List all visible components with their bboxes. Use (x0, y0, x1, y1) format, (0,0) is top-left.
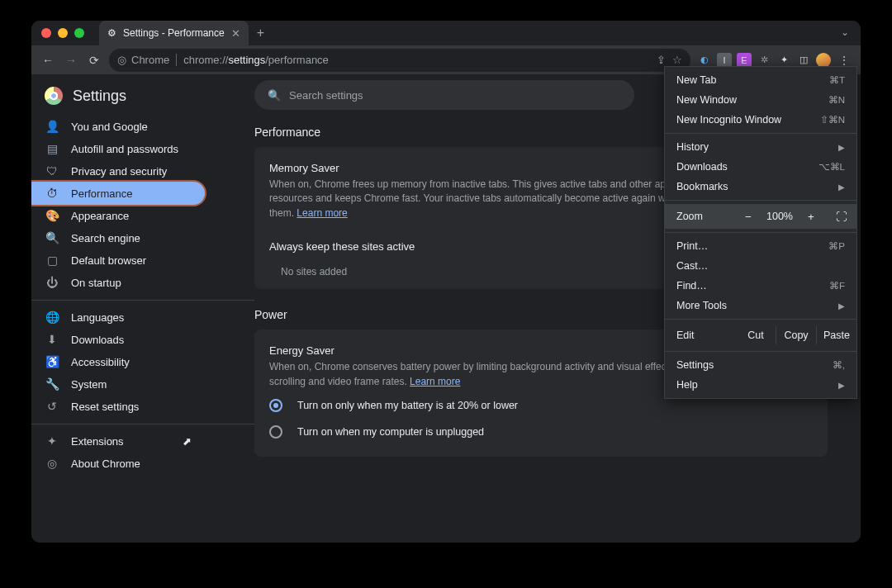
always-active-label: Always keep these sites active (269, 240, 415, 253)
menu-new-window[interactable]: New Window⌘N (665, 90, 856, 110)
search-icon: 🔍 (268, 89, 281, 102)
browser-window: ⚙ Settings - Performance ✕ + ⌄ ← → ⟳ ◎ C… (31, 21, 861, 543)
sidebar-item-appearance[interactable]: 🎨Appearance (31, 204, 205, 227)
radio-unchecked-icon (269, 425, 282, 439)
wrench-icon: 🔧 (45, 377, 59, 391)
menu-sep (665, 351, 856, 352)
menu-sep (665, 232, 856, 233)
menu-zoom: Zoom − 100% + ⛶ (665, 204, 856, 229)
share-icon[interactable]: ⇪ (657, 54, 666, 66)
chrome-icon: ◎ (117, 54, 126, 66)
sidebar-item-reset[interactable]: ↺Reset settings (31, 395, 205, 418)
fullscreen-button[interactable]: ⛶ (832, 207, 850, 225)
menu-more-tools[interactable]: More Tools▶ (665, 296, 856, 315)
search-icon: 🔍 (45, 231, 59, 244)
tab-title: Settings - Performance (123, 27, 225, 39)
bookmark-star-icon[interactable]: ☆ (672, 54, 682, 66)
menu-sep (665, 200, 856, 201)
sidebar-item-languages[interactable]: 🌐Languages (31, 306, 205, 329)
open-external-icon: ⬈ (183, 435, 192, 448)
extensions-icon: ✦ (45, 434, 59, 448)
radio-option-unplugged[interactable]: Turn on when my computer is unplugged (269, 419, 813, 445)
menu-new-incognito[interactable]: New Incognito Window⇧⌘N (665, 110, 856, 130)
sidebar-item-about[interactable]: ◎About Chrome (31, 452, 205, 475)
globe-icon: 🌐 (45, 311, 59, 324)
autofill-icon: ▤ (45, 142, 59, 155)
power-icon: ⏻ (45, 276, 59, 289)
sidebar-item-accessibility[interactable]: ♿Accessibility (31, 350, 205, 373)
edit-paste-button[interactable]: Paste (816, 326, 856, 344)
gear-icon: ⚙ (107, 27, 116, 39)
menu-print[interactable]: Print…⌘P (665, 236, 856, 256)
chrome-menu: New Tab⌘T New Window⌘N New Incognito Win… (664, 66, 857, 399)
edit-copy-button[interactable]: Copy (776, 326, 816, 344)
menu-settings[interactable]: Settings⌘, (665, 355, 856, 375)
zoom-in-button[interactable]: + (802, 207, 820, 225)
extension-icon-1[interactable]: ◐ (697, 53, 712, 68)
section-title: Performance (254, 126, 320, 139)
sidebar-item-on-startup[interactable]: ⏻On startup (31, 271, 205, 294)
edit-cut-button[interactable]: Cut (736, 326, 776, 344)
search-settings-input[interactable]: 🔍 Search settings (254, 80, 634, 110)
menu-cast[interactable]: Cast… (665, 256, 856, 276)
energy-saver-learn-link[interactable]: Learn more (410, 376, 460, 387)
window-dropdown-icon[interactable]: ⌄ (841, 26, 849, 38)
menu-history[interactable]: History▶ (665, 137, 856, 157)
close-window-button[interactable] (41, 28, 51, 38)
back-button[interactable]: ← (40, 52, 56, 69)
menu-new-tab[interactable]: New Tab⌘T (665, 70, 856, 90)
sidebar-item-downloads[interactable]: ⬇Downloads (31, 328, 205, 351)
menu-edit: Edit Cut Copy Paste (665, 323, 856, 348)
menu-find[interactable]: Find…⌘F (665, 276, 856, 296)
chevron-right-icon: ▶ (838, 183, 845, 192)
sidebar-item-search-engine[interactable]: 🔍Search engine (31, 226, 205, 249)
chevron-right-icon: ▶ (838, 143, 845, 152)
settings-title: Settings (73, 88, 126, 105)
chrome-icon: ◎ (45, 457, 59, 470)
sidebar-item-extensions[interactable]: ✦Extensions⬈ (31, 429, 205, 453)
sidebar-divider-2 (31, 424, 254, 424)
sidebar: Settings 👤You and Google ▤Autofill and p… (31, 75, 254, 543)
section-title-power: Power (254, 308, 287, 321)
sidebar-item-autofill[interactable]: ▤Autofill and passwords (31, 137, 205, 160)
sidebar-item-you-and-google[interactable]: 👤You and Google (31, 115, 205, 138)
menu-bookmarks[interactable]: Bookmarks▶ (665, 177, 856, 197)
sidebar-item-performance[interactable]: ⏱Performance (31, 182, 205, 205)
new-tab-button[interactable]: + (257, 26, 264, 40)
tab-settings-performance[interactable]: ⚙ Settings - Performance ✕ (99, 21, 249, 45)
profile-avatar[interactable] (816, 53, 831, 68)
traffic-lights (41, 28, 84, 38)
address-chip-label: Chrome (131, 54, 169, 66)
extension-icon-3[interactable]: E (737, 53, 752, 68)
radio-checked-icon (269, 399, 282, 412)
maximize-window-button[interactable] (74, 28, 84, 38)
sidebar-item-default-browser[interactable]: ▢Default browser (31, 249, 205, 272)
forward-button[interactable]: → (63, 52, 79, 69)
menu-sep (665, 319, 856, 320)
shield-icon: 🛡 (45, 164, 59, 178)
tab-close-button[interactable]: ✕ (231, 27, 240, 40)
sidebar-item-privacy[interactable]: 🛡Privacy and security (31, 159, 205, 183)
sidebar-item-system[interactable]: 🔧System (31, 372, 205, 396)
extensions-menu-icon[interactable]: ✦ (776, 53, 791, 68)
menu-downloads[interactable]: Downloads⌥⌘L (665, 157, 856, 177)
extension-icon-2[interactable]: I (717, 53, 732, 68)
titlebar: ⚙ Settings - Performance ✕ + ⌄ (31, 21, 861, 45)
paint-icon: 🎨 (45, 209, 59, 222)
address-url: chrome://settings/performance (183, 54, 329, 66)
zoom-out-button[interactable]: − (739, 207, 757, 225)
settings-header: Settings (31, 82, 254, 115)
memory-saver-learn-link[interactable]: Learn more (297, 207, 347, 219)
minimize-window-button[interactable] (58, 28, 68, 38)
extension-icon-4[interactable]: ✲ (757, 53, 771, 68)
menu-sep (665, 133, 856, 134)
side-panel-icon[interactable]: ◫ (796, 53, 811, 68)
search-placeholder: Search settings (289, 89, 363, 102)
browser-icon: ▢ (45, 254, 59, 267)
a11y-icon: ♿ (45, 355, 59, 368)
address-bar[interactable]: ◎ Chrome chrome://settings/performance ⇪… (109, 49, 690, 72)
menu-help[interactable]: Help▶ (665, 375, 856, 395)
reload-button[interactable]: ⟳ (86, 52, 102, 69)
speed-icon: ⏱ (45, 187, 59, 200)
zoom-value: 100% (762, 211, 797, 222)
